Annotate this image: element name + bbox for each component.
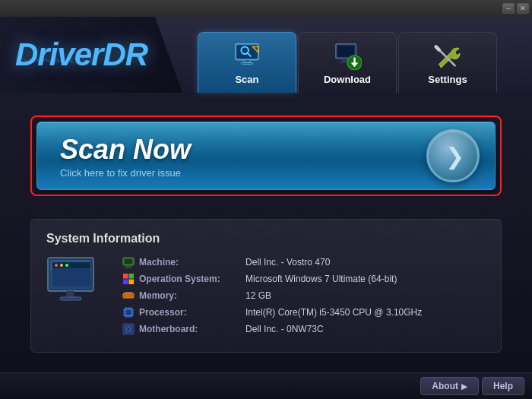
tab-download[interactable]: Download <box>298 32 397 93</box>
svg-point-24 <box>60 264 63 267</box>
info-row-machine: Machine: Dell Inc. - Vostro 470 <box>122 256 486 268</box>
arrow-icon: ❯ <box>445 143 464 169</box>
app-window: DriverDR DriverDR <box>0 17 532 399</box>
help-button[interactable]: Help <box>482 377 524 395</box>
svg-point-23 <box>55 264 58 267</box>
memory-label: Memory: <box>139 290 245 301</box>
svg-line-15 <box>436 47 439 50</box>
svg-rect-59 <box>129 330 132 333</box>
svg-rect-31 <box>129 274 135 279</box>
about-button[interactable]: About ▶ <box>420 377 479 395</box>
machine-row-icon <box>122 256 135 268</box>
memory-row-icon <box>122 290 135 302</box>
machine-label: Machine: <box>139 257 245 268</box>
scan-now-arrow-button[interactable]: ❯ <box>426 129 480 182</box>
system-info-content: Machine: Dell Inc. - Vostro 470 Operatio… <box>46 256 486 340</box>
monitor-icon <box>46 256 107 309</box>
help-label: Help <box>493 381 513 391</box>
title-bar: – ✕ <box>0 0 532 17</box>
minimize-button[interactable]: – <box>502 3 515 14</box>
scan-now-button[interactable]: Scan Now Click here to fix driver issue … <box>36 122 496 190</box>
svg-rect-32 <box>123 280 128 285</box>
info-row-os: Operation System: Microsoft Windows 7 Ul… <box>122 273 486 285</box>
about-icon: ▶ <box>461 382 467 391</box>
tab-scan[interactable]: Scan <box>198 32 296 93</box>
svg-rect-58 <box>125 330 128 333</box>
svg-rect-30 <box>123 274 128 279</box>
scan-tab-icon <box>232 40 262 71</box>
info-rows: Machine: Dell Inc. - Vostro 470 Operatio… <box>122 256 486 340</box>
scan-now-title: Scan Now <box>60 134 191 166</box>
svg-rect-42 <box>126 310 131 315</box>
content-area: Scan Now Click here to fix driver issue … <box>0 93 532 368</box>
svg-rect-27 <box>125 259 132 264</box>
info-row-motherboard: Motherboard: Dell Inc. - 0NW73C <box>122 323 486 335</box>
logo-text: DriverDR <box>15 36 147 73</box>
about-label: About <box>432 381 458 391</box>
scan-tab-label: Scan <box>235 74 258 85</box>
motherboard-value: Dell Inc. - 0NW73C <box>245 324 324 334</box>
download-tab-icon <box>332 40 363 71</box>
machine-value: Dell Inc. - Vostro 470 <box>245 257 330 268</box>
logo-reflection: DriverDR <box>15 57 94 65</box>
svg-point-25 <box>65 264 68 267</box>
svg-rect-57 <box>129 325 132 328</box>
download-tab-label: Download <box>324 74 371 85</box>
svg-rect-4 <box>244 60 250 63</box>
svg-rect-8 <box>337 46 355 57</box>
svg-rect-20 <box>60 297 81 300</box>
svg-rect-22 <box>52 262 90 268</box>
tab-settings[interactable]: Settings <box>398 32 497 93</box>
settings-tab-icon <box>432 40 463 71</box>
svg-rect-28 <box>126 265 131 267</box>
svg-rect-56 <box>125 325 128 328</box>
memory-value: 12 GB <box>245 290 271 301</box>
processor-row-icon <box>122 306 135 318</box>
scan-btn-text: Scan Now Click here to fix driver issue <box>60 134 191 179</box>
svg-rect-19 <box>66 291 74 297</box>
svg-rect-33 <box>129 280 135 285</box>
scan-now-container: Scan Now Click here to fix driver issue … <box>30 116 502 196</box>
system-info-title: System Information <box>46 232 486 245</box>
info-row-memory: Memory: 12 GB <box>122 290 486 302</box>
close-button[interactable]: ✕ <box>517 3 529 14</box>
settings-tab-label: Settings <box>428 74 467 85</box>
processor-value: Intel(R) Core(TM) i5-3450 CPU @ 3.10GHz <box>245 307 422 318</box>
motherboard-row-icon <box>122 323 135 335</box>
nav-tabs: Scan <box>198 17 499 93</box>
system-info-section: System Information <box>30 219 502 353</box>
os-value: Microsoft Windows 7 Ultimate (64-bit) <box>245 274 397 284</box>
motherboard-label: Motherboard: <box>139 324 245 334</box>
processor-label: Processor: <box>139 307 245 318</box>
os-row-icon <box>122 273 135 285</box>
svg-rect-9 <box>342 59 347 62</box>
svg-rect-5 <box>241 63 252 65</box>
logo-area: DriverDR DriverDR <box>0 17 182 93</box>
svg-rect-29 <box>125 267 132 268</box>
scan-now-subtitle: Click here to fix driver issue <box>60 167 191 179</box>
bottom-bar: About ▶ Help <box>0 372 532 399</box>
svg-rect-35 <box>125 295 132 297</box>
header: DriverDR DriverDR <box>0 17 532 93</box>
info-row-processor: Processor: Intel(R) Core(TM) i5-3450 CPU… <box>122 306 486 318</box>
os-label: Operation System: <box>139 274 245 284</box>
